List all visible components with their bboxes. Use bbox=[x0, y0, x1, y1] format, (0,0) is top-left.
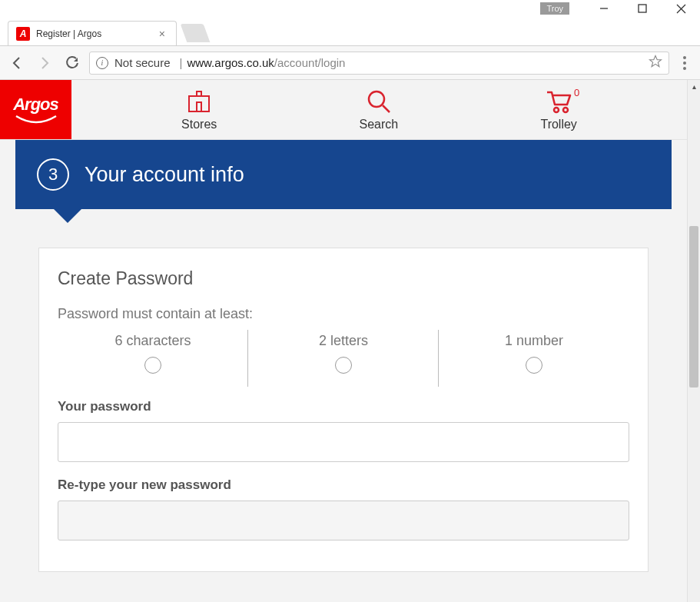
trolley-icon: 0 bbox=[546, 88, 572, 115]
password-input[interactable] bbox=[58, 422, 629, 462]
window-close-button[interactable] bbox=[662, 0, 700, 17]
forward-button bbox=[34, 52, 55, 74]
site-header: Argos Stores Search bbox=[0, 80, 687, 140]
requirement-letters: 2 letters bbox=[248, 333, 439, 384]
address-bar[interactable]: i Not secure | www.argos.co.uk /account/… bbox=[89, 52, 669, 75]
password-label: Your password bbox=[58, 399, 629, 414]
reload-button[interactable] bbox=[61, 52, 83, 74]
nav-trolley[interactable]: 0 Trolley bbox=[540, 88, 576, 131]
requirement-number-indicator bbox=[526, 357, 542, 374]
create-password-card: Create Password Password must contain at… bbox=[38, 248, 649, 572]
step-header: 3 Your account info bbox=[15, 140, 672, 209]
new-tab-button[interactable] bbox=[181, 24, 211, 42]
separator: | bbox=[180, 56, 183, 69]
page-viewport: Argos Stores Search bbox=[0, 80, 687, 602]
nav-stores[interactable]: Stores bbox=[181, 88, 217, 131]
requirement-intro: Password must contain at least: bbox=[58, 306, 629, 322]
browser-tab[interactable]: A Register | Argos × bbox=[8, 21, 177, 45]
requirement-row: 6 characters 2 letters 1 number bbox=[58, 333, 629, 384]
svg-rect-1 bbox=[639, 5, 646, 12]
requirement-chars-indicator bbox=[144, 357, 161, 374]
store-icon bbox=[186, 88, 212, 115]
url-host: www.argos.co.uk bbox=[187, 56, 274, 69]
browser-menu-button[interactable] bbox=[675, 56, 694, 70]
svg-rect-4 bbox=[189, 96, 209, 111]
argos-favicon-icon: A bbox=[16, 27, 30, 41]
argos-logo[interactable]: Argos bbox=[0, 80, 71, 139]
svg-rect-6 bbox=[197, 102, 201, 111]
svg-point-10 bbox=[563, 108, 568, 112]
window-maximize-button[interactable] bbox=[623, 0, 662, 17]
scrollbar-thumb[interactable] bbox=[689, 226, 698, 387]
retype-password-label: Re-type your new password bbox=[58, 477, 629, 493]
requirement-chars-label: 6 characters bbox=[114, 333, 191, 349]
user-badge: Troy bbox=[540, 2, 569, 15]
back-button[interactable] bbox=[6, 52, 28, 74]
site-info-icon[interactable]: i bbox=[96, 57, 108, 69]
requirement-number-label: 1 number bbox=[505, 333, 563, 349]
requirement-letters-label: 2 letters bbox=[319, 333, 368, 349]
card-title: Create Password bbox=[58, 268, 629, 289]
security-label: Not secure bbox=[114, 56, 171, 69]
browser-tabstrip: A Register | Argos × bbox=[0, 17, 700, 46]
nav-search[interactable]: Search bbox=[360, 88, 399, 131]
step-title: Your account info bbox=[85, 163, 244, 187]
step-number-badge: 3 bbox=[37, 158, 69, 191]
requirement-chars: 6 characters bbox=[58, 333, 248, 384]
requirement-letters-indicator bbox=[335, 357, 352, 374]
requirement-number: 1 number bbox=[439, 333, 629, 384]
tab-title: Register | Argos bbox=[36, 28, 156, 39]
window-titlebar: Troy bbox=[0, 0, 700, 17]
logo-smile-icon bbox=[15, 115, 58, 125]
nav-search-label: Search bbox=[360, 118, 399, 131]
nav-stores-label: Stores bbox=[181, 118, 217, 131]
bookmark-star-icon[interactable] bbox=[649, 55, 662, 71]
svg-point-9 bbox=[554, 108, 559, 112]
url-path: /account/login bbox=[274, 56, 346, 69]
svg-line-8 bbox=[383, 105, 390, 112]
svg-rect-5 bbox=[197, 91, 201, 96]
browser-toolbar: i Not secure | www.argos.co.uk /account/… bbox=[0, 46, 700, 80]
search-icon bbox=[366, 88, 392, 115]
window-minimize-button[interactable] bbox=[585, 0, 623, 17]
trolley-count-badge: 0 bbox=[574, 87, 579, 98]
tab-close-button[interactable]: × bbox=[156, 28, 168, 40]
svg-point-7 bbox=[369, 91, 384, 107]
scroll-up-button[interactable]: ▴ bbox=[688, 80, 700, 93]
retype-password-input[interactable] bbox=[58, 501, 629, 540]
nav-trolley-label: Trolley bbox=[540, 118, 576, 131]
logo-text: Argos bbox=[13, 95, 58, 115]
scrollbar-track[interactable]: ▴ bbox=[687, 80, 700, 602]
